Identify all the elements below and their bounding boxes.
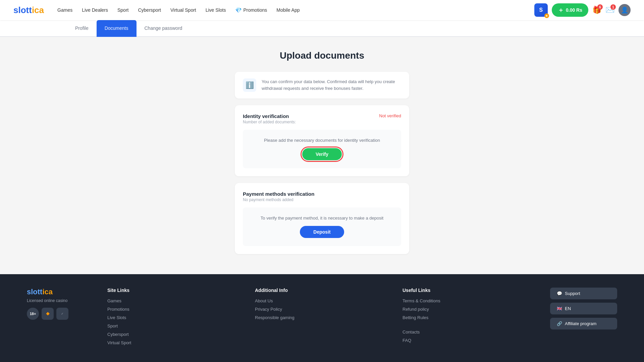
logo-part2: ica [32,5,44,15]
tab-documents[interactable]: Documents [97,20,137,37]
payment-body: To verify the payment method, it is nece… [243,207,401,246]
footer-link-virtual-sport[interactable]: Virtual Sport [107,340,241,345]
cert-badge-1: 🔶 [42,308,54,320]
navbar: slottica Games Live Dealers Sport Cybers… [0,0,644,20]
payment-subtitle: No payment methods added [243,197,314,202]
avatar-icon: 👤 [621,6,628,14]
footer-actions: 💬 Support 🇬🇧 EN 🔗 Affiliate program [550,288,617,349]
footer-link-terms[interactable]: Terms & Conditions [402,298,537,303]
identity-header: Identity verification Number of added do… [243,113,401,124]
footer-link-sport[interactable]: Sport [107,323,241,328]
footer-link-about[interactable]: About Us [255,298,389,303]
footer-link-live-slots[interactable]: Live Slots [107,315,241,320]
nav-right: S ★ ＋ 0.00 Rs 🎁 6 ✉️ 1 👤 [534,3,631,17]
support-icon: 💬 [557,291,562,296]
diamond-icon: 💎 [235,7,242,13]
not-verified-status: Not verified [379,113,401,118]
avatar-button[interactable]: 👤 [619,4,631,16]
footer-link-promotions[interactable]: Promotions [107,307,241,312]
deposit-button[interactable]: Deposit [300,226,344,238]
page-title: Upload documents [67,50,577,61]
nav-promotions[interactable]: 💎 Promotions [235,7,267,13]
footer-logo-part2: ica [42,288,53,296]
logo-part1: slott [13,5,32,15]
logo[interactable]: slottica [13,5,44,15]
identity-subtitle: Number of added documents: [243,120,296,124]
footer: slottica Licensed online casino 18+ 🔶 ✓ … [0,274,644,362]
tab-change-password[interactable]: Change password [137,20,191,37]
footer-logo: slottica [27,288,94,296]
footer-link-betting[interactable]: Betting Rules [402,315,537,320]
footer-site-links-heading: Site Links [107,288,241,293]
footer-link-cybersport[interactable]: Cybersport [107,332,241,337]
main-content: Upload documents ℹ️ You can confirm your… [0,37,644,274]
payment-header: Payment methods verification No payment … [243,191,401,202]
footer-additional-heading: Additional Info [255,288,389,293]
payment-message: To verify the payment method, it is nece… [250,216,394,221]
footer-link-contacts[interactable]: Contacts [402,329,537,335]
flag-icon: 🇬🇧 [557,306,562,311]
support-button[interactable]: 💬 Support [550,288,617,299]
gifts-button[interactable]: 🎁 6 [592,6,601,14]
footer-additional-info: Additional Info About Us Privacy Policy … [255,288,389,349]
tabs-bar: Profile Documents Change password [0,20,644,37]
footer-brand: slottica Licensed online casino 18+ 🔶 ✓ [27,288,94,349]
messages-badge: 1 [610,4,616,10]
age-badge: 18+ [27,308,39,320]
footer-site-links: Site Links Games Promotions Live Slots S… [107,288,241,349]
nav-virtual-sport[interactable]: Virtual Sport [170,7,196,13]
balance-button[interactable]: ＋ 0.00 Rs [552,3,588,17]
footer-main: slottica Licensed online casino 18+ 🔶 ✓ … [27,288,617,349]
footer-tagline: Licensed online casino [27,298,94,303]
verify-button[interactable]: Verify [302,148,342,160]
nav-links: Games Live Dealers Sport Cybersport Virt… [57,7,534,13]
info-icon: ℹ️ [243,78,256,92]
identity-verification-card: Identity verification Number of added do… [235,105,409,176]
cert-badge-2: ✓ [56,308,68,320]
affiliate-icon: 🔗 [557,321,562,326]
gifts-badge: 6 [597,4,603,10]
nav-sport[interactable]: Sport [117,7,128,13]
messages-button[interactable]: ✉️ 1 [605,6,614,14]
language-button[interactable]: 🇬🇧 EN [550,303,617,314]
identity-message: Please add the necessary documents for i… [250,138,394,143]
footer-logo-part1: slott [27,288,42,296]
footer-badges: 18+ 🔶 ✓ [27,308,94,320]
payment-verification-card: Payment methods verification No payment … [235,183,409,254]
tab-profile[interactable]: Profile [67,20,97,37]
footer-link-privacy[interactable]: Privacy Policy [255,307,389,312]
nav-mobile-app[interactable]: Mobile App [276,7,300,13]
payment-title: Payment methods verification [243,191,314,197]
footer-additional-info2: Useful Links Terms & Conditions Refund p… [402,288,537,349]
identity-title: Identity verification [243,113,296,119]
nav-live-slots[interactable]: Live Slots [206,7,226,13]
footer-link-refund[interactable]: Refund policy [402,307,537,312]
plus-icon: ＋ [558,6,564,14]
nav-live-dealers[interactable]: Live Dealers [82,7,108,13]
info-card: ℹ️ You can confirm your data below. Conf… [235,72,409,99]
info-text: You can confirm your data below. Confirm… [262,78,401,92]
shield-icon: S ★ [534,3,548,17]
nav-games[interactable]: Games [57,7,72,13]
star-badge: ★ [544,13,549,18]
footer-link-games[interactable]: Games [107,298,241,303]
footer-link-faq[interactable]: FAQ [402,338,537,343]
affiliate-button[interactable]: 🔗 Affiliate program [550,318,617,329]
nav-cybersport[interactable]: Cybersport [138,7,161,13]
footer-useful-heading: Useful Links [402,288,537,293]
identity-body: Please add the necessary documents for i… [243,130,401,168]
footer-link-responsible[interactable]: Responsible gaming [255,315,389,320]
